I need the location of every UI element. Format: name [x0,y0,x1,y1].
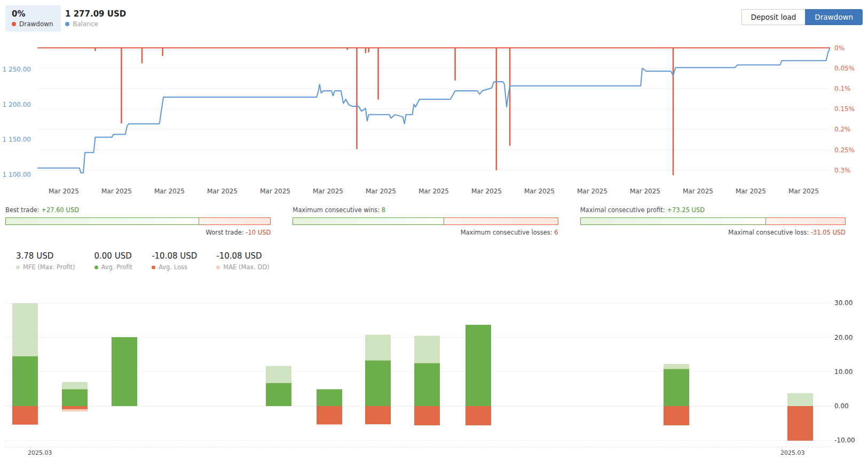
drawdown-axis-label: 0.1% [834,84,851,93]
max-consecutive-losses-label: Maximum consecutive losses: [461,229,553,236]
ratio-bar-green-segment [293,217,444,225]
bar-chart-y-axis-label: 30.00 [834,299,853,307]
drawdown-dot-icon [12,22,16,26]
consecutive-wins-widget: Maximum consecutive wins: 8 Maximum cons… [293,206,558,236]
drawdown-legend-item[interactable]: 0% Drawdown [5,5,61,32]
balance-axis-label: 1 250.00 [0,65,31,74]
x-axis-label: Mar 2025 [90,188,143,196]
x-axis-label: Mar 2025 [777,188,830,196]
avg-profit-value: 0.00 USD [94,251,133,261]
max-consecutive-profit-label: Maximal consecutive profit: [580,206,665,214]
ratio-bar-red-segment [444,217,558,225]
report-header: 0% Drawdown 1 277.09 USD Balance Deposit… [5,5,863,32]
x-axis-label: Mar 2025 [37,188,90,196]
x-axis-label: Mar 2025 [196,188,249,196]
mfe-mae-bars-svg [5,287,832,450]
mfe-label: MFE (Max. Profit) [23,263,75,271]
max-consecutive-wins-value: 8 [382,206,385,214]
ratio-bar-red-segment [766,217,846,225]
x-axis-label: Mar 2025 [513,188,566,196]
balance-axis-label: 1 200.00 [0,100,31,109]
legend-item-mfe[interactable]: 3.78 USD MFE (Max. Profit) [16,251,75,271]
avg-loss-label: Avg. Loss [159,263,187,271]
drawdown-axis-label: 0.2% [834,125,851,134]
drawdown-axis-label: 0.05% [834,64,855,73]
mae-dot-icon [216,266,220,269]
drawdown-axis-label: 0.25% [834,146,855,154]
bar-chart-y-axis-label: 0.00 [834,402,849,410]
balance-legend-item[interactable]: 1 277.09 USD Balance [59,5,133,32]
ratio-bar-green-segment [5,217,199,225]
best-trade-label: Best trade: [5,206,40,214]
bar-chart-x-label-right: 2025.03 [780,449,805,456]
best-worst-trade-widget: Best trade: +27.60 USD Worst trade: -10 … [5,206,271,236]
balance-legend-label: Balance [73,20,98,28]
legend-item-avg-profit[interactable]: 0.00 USD Avg. Profit [94,251,133,271]
mfe-value: 3.78 USD [16,251,75,261]
best-worst-ratio-bar [5,217,271,225]
legend-item-mae[interactable]: -10.08 USD MAE (Max. DD) [216,251,269,271]
max-consecutive-wins-label: Maximum consecutive wins: [293,206,380,214]
balance-current-value: 1 277.09 USD [65,9,126,19]
worst-trade-label: Worst trade: [206,229,244,236]
bar-chart-y-axis-label: 10.00 [834,368,853,376]
trade-stats-row: Best trade: +27.60 USD Worst trade: -10 … [5,206,846,236]
balance-drawdown-chart: 1 250.001 200.001 150.001 100.000%0.05%0… [0,40,868,182]
x-axis-label: Mar 2025 [672,188,724,196]
consecutive-profit-widget: Maximal consecutive profit: +73.25 USD M… [580,206,846,236]
balance-axis-label: 1 150.00 [0,135,31,144]
bar-chart-y-axis-label: 20.00 [834,333,853,342]
wins-losses-ratio-bar [293,217,558,225]
balance-dot-icon [65,22,69,26]
mae-label: MAE (Max. DD) [223,263,269,271]
mae-value: -10.08 USD [216,251,269,261]
max-consecutive-loss-value: -31.05 USD [811,229,846,236]
mfe-dot-icon [16,266,20,269]
deposit-load-button[interactable]: Deposit load [741,9,806,25]
mfe-mae-legend: 3.78 USD MFE (Max. Profit) 0.00 USD Avg.… [16,251,270,271]
drawdown-axis-label: 0.3% [834,166,851,175]
balance-axis-label: 1 100.00 [0,170,31,179]
x-axis-label: Mar 2025 [566,188,619,196]
legend-item-avg-loss[interactable]: -10.08 USD Avg. Loss [152,251,197,271]
x-axis-label: Mar 2025 [460,188,513,196]
bar-chart-plot-area[interactable] [5,287,832,450]
avg-profit-label: Avg. Profit [101,263,133,271]
balance-drawdown-plot-area[interactable] [37,40,830,182]
bar-chart-x-label-left: 2025.03 [28,449,52,456]
x-axis-label: Mar 2025 [143,188,196,196]
worst-trade-value: -10 USD [246,229,271,236]
drawdown-current-value: 0% [12,9,53,19]
chart-mode-button-group: Deposit load Drawdown [741,9,863,25]
ratio-bar-green-segment [580,217,766,225]
mfe-mae-bar-chart: 2025.03 2025.03 30.0020.0010.000.00-10.0… [0,287,868,463]
best-trade-value: +27.60 USD [41,206,79,214]
max-consecutive-loss-label: Maximal consecutive loss: [728,229,809,236]
avg-profit-dot-icon [94,266,98,269]
x-axis-label: Mar 2025 [407,188,460,196]
max-consecutive-losses-value: 6 [554,229,558,236]
balance-chart-x-axis: Mar 2025Mar 2025Mar 2025Mar 2025Mar 2025… [37,188,830,196]
x-axis-label: Mar 2025 [354,188,407,196]
x-axis-label: Mar 2025 [619,188,672,196]
drawdown-axis-label: 0.15% [834,105,855,113]
balance-drawdown-svg [37,40,830,182]
drawdown-axis-label: 0% [834,44,845,52]
drawdown-legend-label: Drawdown [19,20,53,28]
x-axis-label: Mar 2025 [302,188,354,196]
ratio-bar-red-segment [199,217,271,225]
max-consecutive-profit-value: +73.25 USD [667,206,705,214]
avg-loss-dot-icon [152,266,155,269]
x-axis-label: Mar 2025 [724,188,777,196]
bar-chart-y-axis-label: -10.00 [834,436,855,445]
profit-loss-ratio-bar [580,217,846,225]
x-axis-label: Mar 2025 [249,188,302,196]
drawdown-button[interactable]: Drawdown [805,9,863,25]
avg-loss-value: -10.08 USD [152,251,197,261]
